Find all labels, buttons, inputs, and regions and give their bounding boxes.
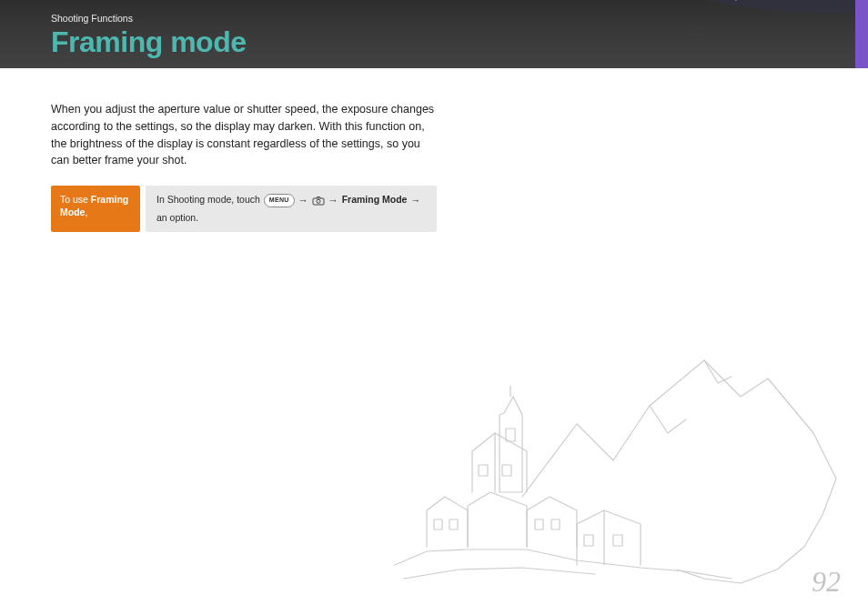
svg-point-6 [317,199,320,203]
menu-button-icon: MENU [264,194,295,207]
instruction-label: To use Framing Mode, [51,186,140,232]
header-band: Shooting Functions Framing mode [0,0,868,68]
svg-rect-13 [551,519,560,529]
label-prefix: To use [60,194,91,205]
svg-rect-10 [434,519,442,529]
instruction-row: To use Framing Mode, In Shooting mode, t… [51,186,437,232]
svg-rect-15 [613,535,622,546]
header-swoosh-decoration [459,0,868,68]
step-suffix: an option. [156,211,198,226]
instruction-steps: In Shooting mode, touch MENU → → Framing… [146,186,437,232]
main-content: When you adjust the aperture value or sh… [0,68,437,232]
arrow-icon: → [328,193,338,208]
svg-rect-12 [535,519,543,529]
page-number: 92 [812,565,841,599]
arrow-icon: → [298,193,308,208]
arrow-icon: → [410,193,420,208]
camera-icon [312,196,325,206]
step-prefix: In Shooting mode, touch [156,193,260,207]
step-bold: Framing Mode [342,193,408,207]
svg-rect-7 [506,428,515,441]
svg-rect-9 [502,465,511,476]
label-suffix: , [85,207,87,217]
intro-paragraph: When you adjust the aperture value or sh… [51,101,437,169]
svg-rect-11 [449,519,458,529]
svg-rect-14 [584,535,593,546]
side-tab-indicator [855,0,868,68]
svg-rect-8 [479,465,488,476]
background-illustration [340,333,850,606]
